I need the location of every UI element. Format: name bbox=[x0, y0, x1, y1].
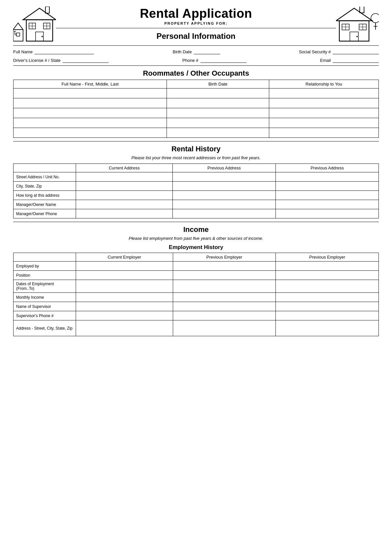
table-cell[interactable] bbox=[173, 293, 276, 302]
employment-col-header-3: Previous Employer bbox=[276, 253, 379, 262]
table-row[interactable] bbox=[167, 98, 269, 108]
table-cell[interactable] bbox=[76, 311, 173, 320]
right-house-icon bbox=[336, 7, 379, 43]
table-cell[interactable] bbox=[76, 182, 173, 191]
rental-history-title: Rental History bbox=[13, 145, 379, 153]
table-row[interactable] bbox=[269, 98, 379, 108]
phone-field[interactable] bbox=[200, 57, 247, 63]
row-label: City, State, Zip bbox=[13, 182, 76, 191]
table-cell[interactable] bbox=[275, 191, 379, 200]
ssn-field[interactable] bbox=[333, 48, 379, 54]
row-label: Employed by bbox=[13, 262, 76, 271]
row-label: Address - Street, City, State, Zip bbox=[13, 320, 76, 336]
ssn-label: Social Security # bbox=[299, 49, 331, 54]
table-cell[interactable] bbox=[275, 182, 379, 191]
app-title: Rental Application bbox=[56, 7, 336, 21]
row-label: Dates of Employment (From..To) bbox=[13, 280, 76, 293]
table-cell[interactable] bbox=[76, 191, 173, 200]
table-cell[interactable] bbox=[76, 209, 173, 218]
table-cell[interactable] bbox=[173, 302, 276, 311]
list-item bbox=[13, 118, 379, 128]
table-cell[interactable] bbox=[275, 200, 379, 209]
table-cell[interactable] bbox=[173, 262, 276, 271]
table-cell[interactable] bbox=[76, 280, 173, 293]
table-row[interactable] bbox=[167, 88, 269, 98]
table-cell[interactable] bbox=[276, 311, 379, 320]
table-row[interactable] bbox=[13, 118, 167, 128]
table-row: Dates of Employment (From..To) bbox=[13, 280, 379, 293]
table-cell[interactable] bbox=[173, 271, 276, 280]
table-row: How long at this address bbox=[13, 191, 379, 200]
table-cell[interactable] bbox=[276, 302, 379, 311]
table-cell[interactable] bbox=[276, 320, 379, 336]
svg-rect-16 bbox=[45, 7, 49, 13]
table-row[interactable] bbox=[167, 108, 269, 118]
table-cell[interactable] bbox=[76, 302, 173, 311]
table-cell[interactable] bbox=[76, 271, 173, 280]
table-row[interactable] bbox=[269, 118, 379, 128]
table-row[interactable] bbox=[13, 98, 167, 108]
table-cell[interactable] bbox=[173, 280, 276, 293]
table-cell[interactable] bbox=[172, 172, 275, 182]
svg-point-26 bbox=[356, 36, 358, 37]
table-row: Supervisor's Phone # bbox=[13, 311, 379, 320]
table-row: Manager/Owner Phone bbox=[13, 209, 379, 218]
birth-date-label: Birth Date bbox=[173, 49, 192, 54]
table-cell[interactable] bbox=[172, 182, 275, 191]
svg-point-28 bbox=[371, 13, 379, 23]
row-label: How long at this address bbox=[13, 191, 76, 200]
table-cell[interactable] bbox=[173, 311, 276, 320]
table-row: Manager/Owner Name bbox=[13, 200, 379, 209]
roommates-col1: Full Name - First, Middle, Last bbox=[13, 80, 167, 88]
table-row[interactable] bbox=[167, 118, 269, 128]
table-cell[interactable] bbox=[76, 262, 173, 271]
table-row[interactable] bbox=[167, 128, 269, 138]
table-row[interactable] bbox=[13, 128, 167, 138]
income-title: Income bbox=[13, 225, 379, 234]
table-cell[interactable] bbox=[172, 191, 275, 200]
employment-col-header-2: Previous Employer bbox=[173, 253, 276, 262]
list-item bbox=[13, 128, 379, 138]
license-group: Driver's License # / State bbox=[13, 57, 109, 63]
row-label: Manager/Owner Phone bbox=[13, 209, 76, 218]
table-cell[interactable] bbox=[173, 320, 276, 336]
table-cell[interactable] bbox=[172, 200, 275, 209]
property-label: PROPERTY APPLYING FOR: bbox=[56, 21, 336, 25]
table-row[interactable] bbox=[13, 88, 167, 98]
rental-col-header-2: Previous Address bbox=[172, 164, 275, 172]
ssn-group: Social Security # bbox=[299, 48, 379, 54]
table-row[interactable] bbox=[269, 108, 379, 118]
svg-rect-27 bbox=[360, 7, 364, 13]
header-center: Rental Application PROPERTY APPLYING FOR… bbox=[56, 7, 336, 43]
license-label: Driver's License # / State bbox=[13, 58, 61, 63]
divider-2 bbox=[13, 65, 379, 66]
personal-info-row2: Driver's License # / State Phone # Email bbox=[13, 57, 379, 63]
table-row[interactable] bbox=[13, 108, 167, 118]
table-cell[interactable] bbox=[276, 280, 379, 293]
employment-col-header-1: Current Employer bbox=[76, 253, 173, 262]
table-row[interactable] bbox=[269, 128, 379, 138]
table-cell[interactable] bbox=[276, 262, 379, 271]
table-cell[interactable] bbox=[76, 293, 173, 302]
license-field[interactable] bbox=[63, 57, 109, 63]
table-cell[interactable] bbox=[76, 200, 173, 209]
roommates-col3: Relationship to You bbox=[269, 80, 379, 88]
full-name-label: Full Name bbox=[13, 49, 33, 54]
roommates-table: Full Name - First, Middle, Last Birth Da… bbox=[13, 80, 379, 138]
table-cell[interactable] bbox=[76, 320, 173, 336]
email-field[interactable] bbox=[333, 57, 379, 63]
svg-point-15 bbox=[41, 36, 43, 37]
left-house-icon bbox=[13, 7, 56, 43]
list-item bbox=[13, 88, 379, 98]
table-cell[interactable] bbox=[275, 172, 379, 182]
table-cell[interactable] bbox=[276, 271, 379, 280]
phone-group: Phone # bbox=[182, 57, 246, 63]
birth-date-field[interactable] bbox=[194, 48, 220, 54]
table-cell[interactable] bbox=[275, 209, 379, 218]
table-cell[interactable] bbox=[76, 172, 173, 182]
table-row[interactable] bbox=[269, 88, 379, 98]
table-cell[interactable] bbox=[276, 293, 379, 302]
table-cell[interactable] bbox=[172, 209, 275, 218]
rental-history-table: Current AddressPrevious AddressPrevious … bbox=[13, 164, 379, 218]
full-name-field[interactable] bbox=[35, 48, 94, 54]
